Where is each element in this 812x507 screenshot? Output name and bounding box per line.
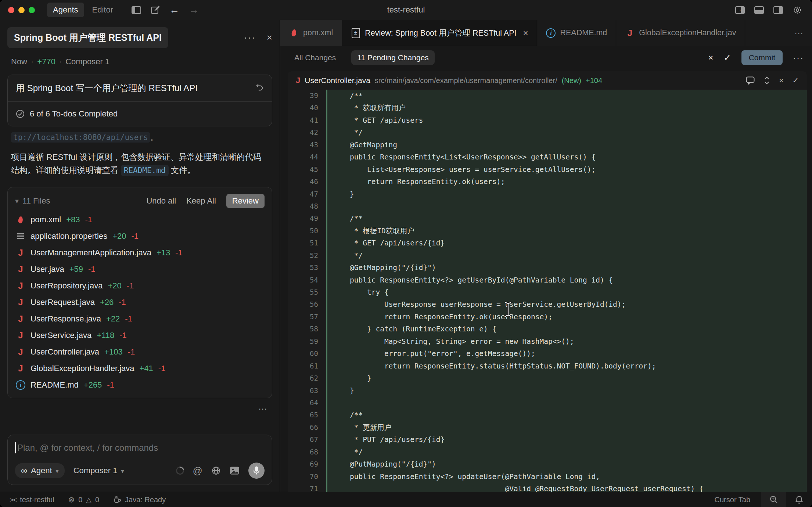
web-globe-icon[interactable]: [211, 466, 221, 475]
line-number: 42: [288, 126, 326, 139]
java-icon: [625, 28, 635, 38]
undo-all-button[interactable]: Undo all: [146, 196, 176, 206]
review-button[interactable]: Review: [226, 194, 265, 208]
toggle-sidebar-icon[interactable]: [132, 6, 141, 14]
chevron-down-icon: [121, 466, 124, 475]
code-line: 57 return ResponseEntity.ok(userResponse…: [288, 311, 807, 323]
line-number: 48: [288, 200, 326, 212]
chat-input-box[interactable]: Plan, @ for context, / for commands Agen…: [7, 435, 272, 485]
changed-file-row[interactable]: UserRepository.java +20 -1: [14, 278, 266, 294]
expand-collapse-icon[interactable]: [764, 76, 770, 85]
changes-more-icon[interactable]: [793, 53, 804, 63]
open-secondary-panel-icon[interactable]: [735, 6, 745, 14]
voice-input-button[interactable]: [248, 463, 265, 479]
new-chat-compose-icon[interactable]: [151, 6, 160, 15]
session-meta: Now +770 Composer 1: [11, 57, 272, 66]
diff-document-icon: [351, 28, 360, 38]
line-number: 56: [288, 298, 326, 310]
java-icon: [16, 264, 25, 274]
close-session-icon[interactable]: [267, 32, 272, 43]
agent-session-title: Spring Boot 用户管理 RESTful API: [7, 27, 168, 48]
code-diff-view[interactable]: 39 /** 40 * 获取所有用户 41 * GET /api/users: [288, 90, 807, 492]
changed-file-row[interactable]: UserRequest.java +26 -1: [14, 294, 266, 311]
assistant-message-truncated: tp://localhost:8080/api/users。: [11, 132, 272, 143]
window-title: test-restful: [0, 5, 812, 15]
cursor-tab-status[interactable]: Cursor Tab: [715, 496, 750, 504]
settings-gear-icon[interactable]: [793, 5, 802, 15]
diff-file-card: J UserController.java src/main/java/com/…: [288, 71, 807, 492]
remote-indicator[interactable]: test-restful: [10, 496, 54, 504]
accept-all-icon[interactable]: ✓: [724, 53, 731, 63]
java-icon: [16, 347, 25, 357]
zoom-window-button[interactable]: [29, 7, 35, 13]
line-number: 70: [288, 471, 326, 483]
notifications-button[interactable]: [786, 495, 812, 504]
diff-file-header[interactable]: J UserController.java src/main/java/com/…: [288, 71, 807, 90]
mention-context-icon[interactable]: [193, 465, 202, 477]
infinity-agent-icon: [21, 465, 27, 476]
editor-tab[interactable]: pom.xml: [280, 20, 342, 46]
code-line: 70 public ResponseEntity<?> updateUser(@…: [288, 471, 807, 483]
accept-file-icon[interactable]: ✓: [792, 76, 799, 85]
back-arrow-icon[interactable]: ←: [169, 4, 179, 16]
code-line: 60 error.put("error", e.getMessage());: [288, 348, 807, 360]
attach-image-icon[interactable]: [230, 466, 240, 475]
changed-file-row[interactable]: UserController.java +103 -1: [14, 344, 266, 360]
changes-filter-tab[interactable]: 11 Pending Changes: [351, 50, 435, 65]
editor-area: pom.xml Review: Spring Boot 用户管理 RESTful…: [280, 20, 812, 492]
todos-status[interactable]: 6 of 6 To-dos Completed: [8, 101, 272, 126]
reject-file-icon[interactable]: [779, 76, 783, 85]
minimize-window-button[interactable]: [18, 7, 25, 13]
code-line: 54 public ResponseEntity<?> getUserById(…: [288, 274, 807, 286]
line-number: 55: [288, 286, 326, 298]
review-changes-bar: All Changes 11 Pending Changes ✓ Commit: [280, 46, 812, 69]
composer-selector[interactable]: Composer 1: [73, 466, 124, 475]
problems-indicator[interactable]: 0 0: [68, 495, 99, 504]
toggle-right-panel-icon[interactable]: [773, 6, 783, 14]
changes-filter-tab[interactable]: All Changes: [288, 50, 342, 65]
keep-all-button[interactable]: Keep All: [186, 196, 216, 206]
chat-input-placeholder: Plan, @ for context, / for commands: [17, 443, 158, 453]
editor-tab[interactable]: Review: Spring Boot 用户管理 RESTful API: [342, 20, 537, 46]
chevron-down-icon: [56, 466, 59, 475]
context-usage-spinner-icon: [174, 465, 186, 477]
message-more-button[interactable]: ···: [7, 403, 267, 414]
changed-file-row[interactable]: UserResponse.java +22 -1: [14, 311, 266, 327]
changed-file-row[interactable]: UserService.java +118 -1: [14, 327, 266, 344]
editor-tab[interactable]: README.md: [537, 20, 616, 46]
commit-button[interactable]: Commit: [741, 50, 783, 65]
forward-arrow-icon[interactable]: →: [189, 4, 199, 16]
agent-mode-selector[interactable]: Agent: [15, 463, 65, 478]
changed-file-row[interactable]: UserManagementApplication.java +13 -1: [14, 245, 266, 261]
readme-link-chip[interactable]: README.md: [121, 165, 169, 176]
session-more-icon[interactable]: [244, 32, 256, 43]
line-number: 51: [288, 237, 326, 249]
code-line: 49 /**: [288, 212, 807, 224]
line-number: 66: [288, 421, 326, 434]
changed-file-row[interactable]: User.java +59 -1: [14, 261, 266, 278]
close-window-button[interactable]: [8, 7, 14, 13]
reject-all-icon[interactable]: [708, 53, 714, 63]
line-number: 53: [288, 262, 326, 274]
editor-tab[interactable]: GlobalExceptionHandler.jav: [616, 20, 745, 46]
java-icon: J: [296, 76, 300, 85]
java-status[interactable]: Java: Ready: [113, 496, 166, 504]
line-number: 63: [288, 385, 326, 397]
code-line: 46 return ResponseEntity.ok(users);: [288, 176, 807, 188]
files-count-label: 11 Files: [22, 196, 50, 206]
comment-bubble-icon[interactable]: [746, 76, 755, 84]
mode-tab[interactable]: Editor: [86, 3, 119, 17]
chevron-down-icon[interactable]: [15, 197, 19, 205]
toggle-bottom-panel-icon[interactable]: [754, 6, 764, 14]
changed-file-row[interactable]: README.md +265 -1: [14, 377, 266, 393]
changed-file-row[interactable]: pom.xml +83 -1: [14, 212, 266, 228]
errors-icon: [68, 495, 75, 504]
changed-file-row[interactable]: application.properties +20 -1: [14, 228, 266, 245]
changed-file-row[interactable]: GlobalExceptionHandler.java +41 -1: [14, 360, 266, 377]
zoom-control[interactable]: [761, 492, 786, 507]
restore-checkpoint-icon[interactable]: [254, 83, 264, 93]
code-line: 44 public ResponseEntity<List<UserRespon…: [288, 151, 807, 163]
close-tab-icon[interactable]: [523, 28, 528, 38]
tabs-overflow-button[interactable]: ···: [786, 28, 812, 38]
mode-tab[interactable]: Agents: [47, 3, 84, 17]
